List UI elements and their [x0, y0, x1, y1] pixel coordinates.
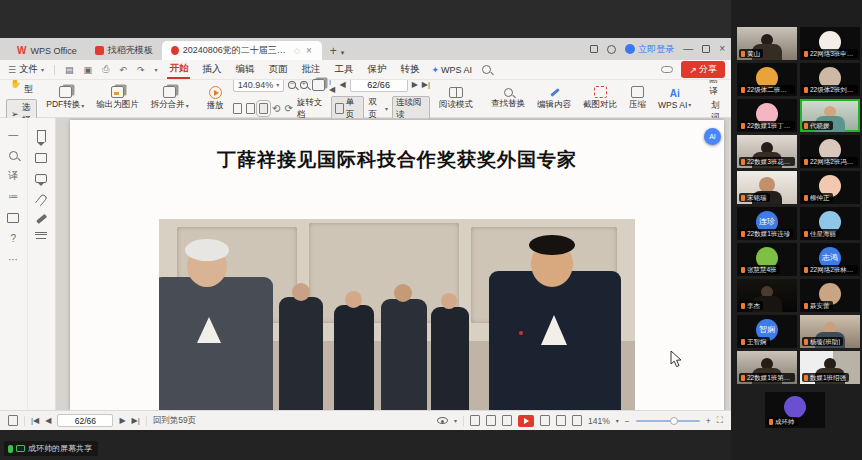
participant-tile[interactable]: 22数媒1班丁香玲 [737, 99, 797, 132]
fit-width-icon[interactable] [246, 103, 255, 114]
new-tab-button[interactable]: + [322, 44, 341, 60]
rotate-left-icon[interactable]: ⟲ [272, 104, 280, 114]
menu-comment[interactable]: 批注 [299, 61, 322, 78]
find-replace-button[interactable]: 查找替换 [488, 87, 528, 111]
fullscreen-icon[interactable]: ⛶ [717, 415, 723, 426]
status-prev-page[interactable]: ◀ [45, 416, 51, 425]
status-play-button[interactable] [518, 415, 534, 427]
participant-tile[interactable]: 成环帅 [765, 392, 825, 428]
status-fit-height-icon[interactable] [572, 415, 582, 426]
undo-icon[interactable]: ↶ [119, 65, 127, 75]
tab-list-chevron-icon[interactable]: ▾ [341, 49, 345, 60]
translate-tool-icon[interactable]: 译 [8, 171, 18, 181]
zoom-plus-button[interactable]: + [706, 416, 711, 426]
read-mode-button[interactable]: 阅读模式 [436, 86, 476, 112]
close-tab-icon[interactable]: × [305, 45, 313, 56]
minimize-button[interactable]: — [683, 44, 693, 54]
participant-tile[interactable]: 智娴王智娴 [737, 315, 797, 348]
cloud-icon[interactable] [661, 66, 673, 73]
layers-icon[interactable] [35, 232, 47, 235]
menu-protect[interactable]: 保护 [365, 61, 388, 78]
menu-insert[interactable]: 插入 [200, 61, 223, 78]
play-slideshow-button[interactable]: 播放 [204, 85, 227, 113]
participant-tile[interactable]: 连珍22数媒1班连珍 [737, 207, 797, 240]
status-fit-width-icon[interactable] [556, 415, 566, 426]
page-organize-icon[interactable] [312, 79, 325, 91]
double-page-button[interactable]: 双页▾ [368, 97, 387, 121]
file-menu[interactable]: ☰ 文件 ▾ [8, 63, 44, 76]
participant-tile[interactable]: 杨璇(班助) [800, 315, 860, 348]
search-icon[interactable] [482, 65, 491, 74]
screenshot-compare-button[interactable]: 截图对比 [580, 85, 620, 112]
comment-bubble-icon[interactable]: ◌ [293, 45, 301, 56]
export-image-button[interactable]: 输出为图片 [93, 85, 142, 112]
tab-docer-templates[interactable]: 找稻壳模板 [86, 41, 162, 60]
redo-icon[interactable]: ↷ [137, 65, 145, 75]
status-fit-page-icon[interactable] [540, 415, 550, 426]
login-button[interactable]: 立即登录 [625, 43, 674, 56]
menu-convert[interactable]: 转换 [398, 61, 421, 78]
zoom-in-icon[interactable]: + [300, 81, 308, 89]
rotate-right-icon[interactable]: ⟳ [284, 104, 292, 114]
participant-tile[interactable]: 22网络3班申智城 [800, 27, 860, 60]
tab-document[interactable]: 20240806党的二十届三中全… ◌ × [162, 41, 322, 60]
participant-tile[interactable]: 数媒1班绍强 [800, 351, 860, 384]
status-single-page-icon[interactable] [486, 415, 496, 426]
menu-wps-ai[interactable]: ✦ WPS AI [431, 65, 472, 75]
tab-wps-office[interactable]: W WPS Office [8, 41, 86, 60]
open-icon[interactable]: ▤ [65, 65, 74, 75]
last-page-button[interactable]: ▶| [422, 80, 430, 89]
wps-ai-floating-button[interactable]: AI [704, 128, 721, 145]
participant-tile[interactable]: 代晓媛 [800, 99, 860, 132]
save-icon[interactable]: ▣ [84, 65, 93, 75]
rotate-doc-button[interactable]: 旋转文档 [297, 97, 327, 121]
status-continuous-icon[interactable] [470, 415, 480, 426]
zoom-slider[interactable] [636, 420, 700, 422]
participant-tile[interactable]: 22数媒1班第2组 [737, 351, 797, 384]
share-button[interactable]: ↗ 分享 [681, 61, 725, 78]
thumbnail-icon[interactable] [35, 153, 47, 163]
attachment-icon[interactable] [35, 193, 48, 207]
more-icon[interactable]: ⋯ [8, 255, 18, 265]
participant-tile[interactable]: 黄山 [737, 27, 797, 60]
snapshot-icon[interactable] [7, 213, 19, 223]
zoom-slider-knob[interactable] [670, 417, 678, 425]
comment-icon[interactable] [35, 174, 47, 183]
collapse-icon[interactable]: — [8, 130, 18, 140]
adjust-icon[interactable]: ≔ [8, 192, 18, 202]
participant-tile[interactable]: 聂安蕾 [800, 279, 860, 312]
bookmark-icon[interactable] [37, 130, 46, 142]
print-icon[interactable]: ⎙ [102, 64, 109, 75]
globe-icon[interactable] [607, 45, 616, 54]
status-next-page[interactable]: ▶ [119, 416, 125, 425]
status-last-page[interactable]: ▶| [132, 416, 140, 425]
participant-tile[interactable]: 22级体2班刘文静 [800, 63, 860, 96]
fit-page-icon[interactable] [259, 103, 268, 114]
panel-toggle-icon[interactable] [8, 415, 18, 426]
participant-tile[interactable]: 李杰 [737, 279, 797, 312]
compress-button[interactable]: 压缩 [626, 85, 649, 112]
status-zoom-value[interactable]: 141% [588, 416, 610, 426]
participant-tile[interactable]: 志鸿22网络2班林志鸿 [800, 243, 860, 276]
menu-page[interactable]: 页面 [266, 61, 289, 78]
wps-ai-button[interactable]: Ai WPS AI▾ [655, 87, 694, 111]
document-viewport[interactable]: 丁薛祥接见国际科技合作奖获奖外国专家 [56, 118, 731, 410]
status-page-input[interactable]: 62/66 [57, 414, 113, 427]
participant-tile[interactable]: 柳仲正 [800, 171, 860, 204]
back-to-page-link[interactable]: 回到第59页 [153, 415, 196, 427]
eye-protect-icon[interactable] [437, 417, 448, 424]
menu-home[interactable]: 开始 [167, 60, 190, 79]
next-page-button[interactable]: ▶ [412, 80, 418, 89]
zoom-minus-button[interactable]: − [625, 416, 630, 426]
split-merge-button[interactable]: 拆分合并▾ [148, 85, 192, 112]
close-window-button[interactable]: × [719, 44, 725, 54]
menu-edit[interactable]: 编辑 [233, 61, 256, 78]
layout-icon[interactable] [590, 45, 598, 53]
sidebar-search-icon[interactable] [9, 151, 18, 160]
more-chevron-icon[interactable]: ▾ [154, 66, 157, 73]
zoom-out-icon[interactable]: − [288, 81, 296, 89]
prev-page-button[interactable]: ◀ [339, 80, 345, 89]
participant-tile[interactable]: 宋铭瑞 [737, 171, 797, 204]
pdf-convert-button[interactable]: PDF转换▾ [43, 85, 87, 112]
participant-tile[interactable]: 张慧慧4班 [737, 243, 797, 276]
